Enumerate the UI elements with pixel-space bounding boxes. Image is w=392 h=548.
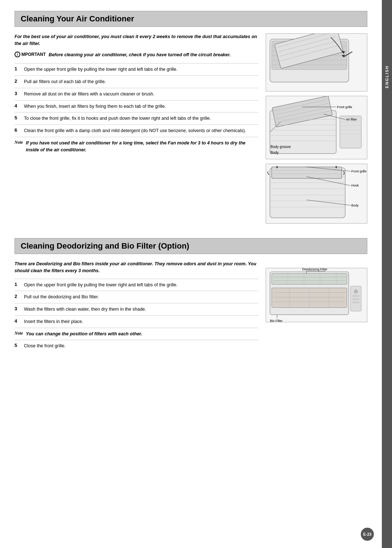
step-number: 2 xyxy=(15,78,20,84)
svg-rect-70 xyxy=(352,295,360,297)
diagram-open-grille xyxy=(266,33,367,91)
svg-rect-71 xyxy=(352,298,360,300)
list-item: 4Insert the filters in their place. xyxy=(15,315,258,328)
list-item: 5Close the front grille. xyxy=(15,340,258,352)
step-text: When you finish, insert air filters by f… xyxy=(24,103,166,110)
important-text: Before cleaning your air conditioner, ch… xyxy=(49,52,230,58)
diagram-filters: Front grille Air filter Body groove Body xyxy=(266,96,367,159)
step-number: 3 xyxy=(15,306,20,311)
list-item: 5To close the front grille, fix it to ho… xyxy=(15,112,258,124)
step-text: Close the front grille. xyxy=(24,343,66,349)
section1-note-label: Note xyxy=(15,140,23,145)
section1-note-text: If you have not used the air conditioner… xyxy=(26,140,258,154)
svg-text:Front grille: Front grille xyxy=(337,105,352,109)
svg-text:Air filter: Air filter xyxy=(346,118,357,121)
important-block: i MPORTANT Before cleaning your air cond… xyxy=(15,52,258,58)
section1-steps: 1Open the upper front grille by pulling … xyxy=(15,63,258,137)
svg-text:Hook: Hook xyxy=(351,184,359,187)
step-number: 4 xyxy=(15,318,20,324)
section2-header: Cleaning Deodorizing and Bio Filter (Opt… xyxy=(15,238,367,254)
section-gap xyxy=(15,227,367,238)
list-item: 4When you finish, insert air filters by … xyxy=(15,100,258,113)
step-number: 1 xyxy=(15,66,20,71)
step-text: Open the upper front grille by pulling t… xyxy=(24,66,177,73)
section2-content: There are Deodorizing and Bio filters in… xyxy=(15,261,367,352)
step-text: Pull air filters out of each tab of the … xyxy=(24,78,106,85)
step-text: To close the front grille, fix it to hoo… xyxy=(24,115,211,122)
step-text: Pull out the deodorizing and Bio filter. xyxy=(24,294,99,300)
section2-note-text: You can change the position of filters w… xyxy=(26,331,142,338)
page-number: E-23 xyxy=(361,528,374,541)
step-text: Clean the front grille with a damp cloth… xyxy=(24,127,246,134)
important-label: i MPORTANT xyxy=(15,52,46,57)
section1-diagrams: Front grille Air filter Body groove Body xyxy=(266,33,367,224)
section1-title: Cleaning Your Air Conditioner xyxy=(21,14,361,24)
step-number: 5 xyxy=(15,343,20,348)
section2-intro: There are Deodorizing and Bio filters in… xyxy=(15,261,258,274)
section2-diagrams: Deodorizing Filter Bio Filter xyxy=(266,261,367,352)
list-item: 1Open the upper front grille by pulling … xyxy=(15,279,258,291)
list-item: 1Open the upper front grille by pulling … xyxy=(15,63,258,75)
language-label: ENGLISH xyxy=(385,65,389,88)
important-label-text: MPORTANT xyxy=(21,52,46,57)
step-number: 5 xyxy=(15,115,20,120)
list-item: 2Pull air filters out of each tab of the… xyxy=(15,75,258,88)
list-item: 6Clean the front grille with a damp clot… xyxy=(15,124,258,137)
section1-note: Note If you have not used the air condit… xyxy=(15,137,258,156)
section1-left: For the best use of your air conditioner… xyxy=(15,33,258,224)
svg-point-69 xyxy=(354,290,358,293)
svg-text:Front grille: Front grille xyxy=(351,169,367,173)
step-text: Open the upper front grille by pulling t… xyxy=(24,282,177,289)
svg-rect-54 xyxy=(272,274,347,285)
step-number: 3 xyxy=(15,91,20,96)
diagram-deodorizing: Deodorizing Filter Bio Filter xyxy=(266,268,367,322)
body-label: Body xyxy=(270,151,279,155)
svg-rect-72 xyxy=(352,302,360,303)
section2-note-label: Note xyxy=(15,331,23,336)
diagram-hook: Front grille Hook Body xyxy=(266,164,367,224)
list-item: 3Wash the filters with clean water, then… xyxy=(15,303,258,315)
step-number: 4 xyxy=(15,103,20,109)
section1-content: For the best use of your air conditioner… xyxy=(15,33,367,224)
section2-steps: 1Open the upper front grille by pulling … xyxy=(15,279,258,352)
list-item: 2Pull out the deodorizing and Bio filter… xyxy=(15,291,258,303)
section1-header: Cleaning Your Air Conditioner xyxy=(15,11,367,27)
svg-text:Body: Body xyxy=(351,204,359,207)
body-groove-label: Body groove xyxy=(270,145,291,149)
list-item: 3Remove all dust on the air filters with… xyxy=(15,88,258,100)
section1-intro: For the best use of your air conditioner… xyxy=(15,33,258,47)
step-text: Remove all dust on the air filters with … xyxy=(24,91,154,98)
step-number: 1 xyxy=(15,282,20,287)
step-text: Wash the filters with clean water, then … xyxy=(24,306,146,313)
section2-title: Cleaning Deodorizing and Bio Filter (Opt… xyxy=(21,241,361,251)
sidebar-language: ENGLISH xyxy=(382,0,392,548)
svg-text:Deodorizing Filter: Deodorizing Filter xyxy=(302,268,328,271)
step-text: Insert the filters in their place. xyxy=(24,318,83,325)
important-icon: i xyxy=(15,52,20,57)
step-number: 2 xyxy=(15,294,20,299)
step-number: 6 xyxy=(15,127,20,133)
svg-text:Bio Filter: Bio Filter xyxy=(270,319,283,322)
section2-note: NoteYou can change the position of filte… xyxy=(15,328,258,340)
section2-left: There are Deodorizing and Bio filters in… xyxy=(15,261,258,352)
